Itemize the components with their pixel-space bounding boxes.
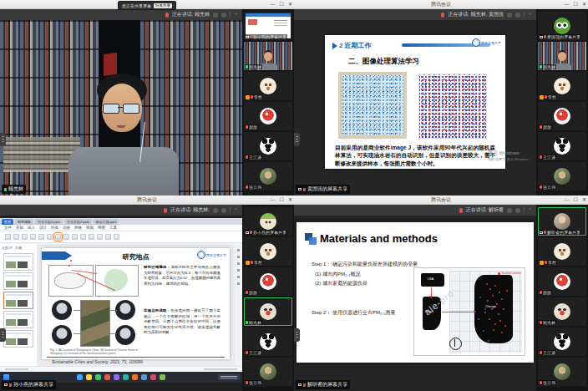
taskbar-icon[interactable] bbox=[104, 374, 110, 380]
participant-tile[interactable]: 王江涛 bbox=[244, 132, 292, 160]
minimize-button[interactable]: — bbox=[271, 196, 276, 204]
close-button[interactable]: ✕ bbox=[288, 0, 292, 8]
slide-thumbnail[interactable] bbox=[3, 272, 33, 290]
toolbar-icon[interactable] bbox=[30, 234, 36, 240]
maximize-button[interactable]: ☐ bbox=[280, 0, 284, 8]
participant-tile[interactable]: 张云伟 bbox=[538, 162, 586, 190]
menu-item[interactable]: 设计 bbox=[39, 226, 47, 230]
participant-tile[interactable]: 李然 bbox=[244, 237, 292, 266]
menu-item[interactable]: 动画 bbox=[63, 226, 70, 230]
reaction-icon[interactable] bbox=[213, 208, 218, 213]
close-button[interactable]: ✕ bbox=[288, 196, 292, 204]
menu-item[interactable]: 文件 bbox=[4, 226, 12, 230]
minimize-button[interactable]: — bbox=[565, 196, 570, 204]
wps-side-tools[interactable] bbox=[234, 244, 242, 366]
meeting-toolbar-handle[interactable] bbox=[0, 133, 6, 146]
participant-tile[interactable]: 张云伟 bbox=[244, 162, 292, 190]
participant-tile[interactable]: 顾先林 bbox=[244, 42, 292, 70]
maximize-button[interactable]: ☐ bbox=[574, 0, 578, 8]
toolbar-icon[interactable] bbox=[72, 234, 78, 240]
close-button[interactable]: ✕ bbox=[582, 196, 586, 204]
start-button[interactable] bbox=[3, 374, 9, 380]
meeting-toolbar-handle[interactable] bbox=[0, 328, 6, 342]
panel-tab[interactable]: 幻灯片 bbox=[3, 246, 13, 250]
panel-tab[interactable]: 大纲 bbox=[15, 246, 22, 250]
wps-tab[interactable]: 演示文稿2.pptx bbox=[64, 219, 92, 225]
taskbar-icon[interactable] bbox=[123, 374, 129, 380]
meeting-toolbar-handle[interactable] bbox=[294, 133, 300, 146]
wps-tab[interactable]: 首页 bbox=[2, 219, 13, 225]
toolbar-icon[interactable] bbox=[114, 234, 119, 240]
menu-item[interactable]: 切换 bbox=[51, 226, 58, 230]
participant-tile[interactable]: 张云伟 bbox=[538, 358, 586, 386]
participant-tile[interactable]: 顾先林 bbox=[244, 297, 292, 326]
participant-tile[interactable]: 李然 bbox=[244, 72, 292, 100]
participant-tile[interactable]: 甜甜 bbox=[244, 102, 292, 130]
wps-tab[interactable]: 组会汇报.pptx bbox=[94, 219, 119, 225]
taskbar-icon[interactable] bbox=[114, 374, 119, 380]
slide-thumbnail[interactable] bbox=[3, 253, 33, 271]
slide-thumbnail-selected[interactable] bbox=[3, 292, 33, 309]
reaction-icon[interactable] bbox=[507, 13, 512, 18]
wps-tab[interactable]: 演示文稿1.pptx bbox=[35, 219, 63, 225]
participant-tile[interactable]: 孙小燕的屏幕共享 bbox=[244, 12, 292, 40]
toolbar-icon[interactable] bbox=[5, 234, 11, 240]
taskbar-icon[interactable] bbox=[95, 374, 101, 380]
close-button[interactable]: ✕ bbox=[582, 0, 586, 8]
participant-tile[interactable]: 甜甜 bbox=[538, 102, 586, 130]
menu-item[interactable]: 插入 bbox=[28, 226, 35, 230]
participant-tile[interactable]: 甜甜 bbox=[538, 267, 586, 296]
system-tray[interactable] bbox=[218, 374, 240, 380]
participant-tile[interactable]: 王江涛 bbox=[244, 328, 292, 356]
pin-icon[interactable]: ⌃ bbox=[234, 13, 238, 18]
taskbar-icon[interactable] bbox=[132, 374, 138, 380]
toolbar-icon[interactable] bbox=[38, 234, 44, 240]
menu-item[interactable]: 放映 bbox=[74, 226, 82, 230]
slide-thumbnail[interactable] bbox=[3, 311, 33, 328]
toolbar-icon[interactable] bbox=[47, 234, 53, 240]
menu-item[interactable]: 审阅 bbox=[86, 226, 94, 230]
participant-tile[interactable]: 顾先林 bbox=[538, 297, 586, 326]
pin-icon[interactable]: ⌃ bbox=[528, 13, 532, 18]
toolbar-icon[interactable] bbox=[97, 234, 103, 240]
reaction-icon[interactable] bbox=[221, 13, 226, 18]
wps-tab[interactable]: 稻壳模板 bbox=[15, 219, 33, 225]
taskbar-icon[interactable] bbox=[77, 374, 83, 380]
participant-tile[interactable]: 王江涛 bbox=[538, 328, 586, 356]
reaction-icon[interactable] bbox=[515, 208, 520, 213]
toolbar-icon[interactable] bbox=[13, 234, 19, 240]
participant-tile[interactable]: 甜甜 bbox=[244, 267, 292, 296]
menu-item[interactable]: 开始 bbox=[16, 226, 23, 230]
participant-tile[interactable]: 黄国强的屏幕共享 bbox=[538, 12, 586, 40]
reaction-icon[interactable] bbox=[515, 13, 520, 18]
menu-item[interactable]: 视图 bbox=[98, 226, 105, 230]
participant-tile[interactable]: 王江涛 bbox=[538, 132, 586, 160]
participant-tile[interactable]: 张云伟 bbox=[244, 358, 292, 386]
taskbar-icon[interactable] bbox=[141, 374, 147, 380]
pin-icon[interactable]: ⌃ bbox=[528, 208, 532, 213]
reaction-icon[interactable] bbox=[213, 13, 218, 18]
reaction-icon[interactable] bbox=[221, 208, 226, 213]
maximize-button[interactable]: ☐ bbox=[574, 196, 578, 204]
participant-tile[interactable]: 李然 bbox=[538, 72, 586, 100]
toolbar-icon[interactable] bbox=[89, 234, 94, 240]
participant-tile[interactable]: 孙小燕的屏幕共享 bbox=[244, 207, 292, 236]
participant-tile[interactable]: 解听睿的屏幕共享 bbox=[538, 207, 586, 236]
toolbar-icon[interactable] bbox=[22, 234, 28, 240]
toolbar-icon[interactable] bbox=[63, 234, 69, 240]
menu-item[interactable]: 工具 bbox=[109, 226, 117, 230]
pin-icon[interactable]: ⌃ bbox=[234, 208, 238, 213]
toolbar-icon[interactable] bbox=[80, 234, 86, 240]
slide-thumbnail[interactable] bbox=[3, 330, 33, 348]
stop-share-button[interactable]: 结束共享 bbox=[154, 3, 172, 8]
maximize-button[interactable]: ☐ bbox=[280, 196, 284, 204]
minimize-button[interactable]: — bbox=[271, 0, 276, 8]
participant-tile[interactable]: 李然 bbox=[538, 237, 586, 266]
toolbar-icon[interactable] bbox=[105, 234, 111, 240]
participant-tile[interactable]: 顾先林 bbox=[538, 42, 586, 70]
taskbar-icon[interactable] bbox=[150, 374, 156, 380]
toolbar-icon-highlighted[interactable] bbox=[55, 234, 61, 240]
taskbar-icon[interactable] bbox=[86, 374, 92, 380]
reaction-icon[interactable] bbox=[507, 208, 512, 213]
minimize-button[interactable]: — bbox=[565, 0, 570, 8]
